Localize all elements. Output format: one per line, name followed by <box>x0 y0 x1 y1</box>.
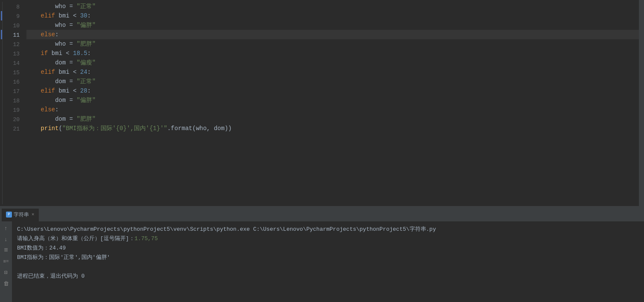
code-token: who <box>55 20 66 30</box>
code-token: "偏瘦" <box>77 58 96 67</box>
code-lines[interactable]: who = "正常" elif bmi < 30: who = "偏胖" els… <box>25 2 644 204</box>
code-token: bmi < <box>55 67 80 77</box>
code-token: elif <box>41 86 55 96</box>
vertical-scrollbar[interactable] <box>639 0 644 206</box>
code-token: : <box>87 86 91 96</box>
code-token: 28 <box>80 86 87 96</box>
code-line-19: else: <box>26 105 644 114</box>
terminal-tab-close[interactable]: × <box>32 212 35 217</box>
code-line-13: if bmi < 18.5: <box>26 49 644 58</box>
code-line-16: dom = "正常" <box>26 77 644 86</box>
line-num-21: 21 <box>3 125 20 134</box>
wrap-lines-button[interactable]: ≡ <box>2 246 10 255</box>
code-token: dom <box>55 77 66 86</box>
code-token: else <box>41 30 55 39</box>
code-token: "正常" <box>77 2 96 11</box>
terminal-content: ↑ ↓ ≡ ≡= ⊡ 🗑 C:\Users\Lenovo\PycharmProj… <box>0 221 644 302</box>
terminal-sidebar: ↑ ↓ ≡ ≡= ⊡ 🗑 <box>0 221 12 302</box>
code-token: "肥胖" <box>77 39 96 49</box>
code-token: print <box>41 124 59 133</box>
code-token: = <box>66 20 76 30</box>
code-token: : <box>87 49 91 58</box>
line-num-11: 11 <box>3 31 20 40</box>
line-num-18: 18 <box>3 96 20 106</box>
exit-line: 进程已结束，退出代码为 0 <box>17 272 639 281</box>
code-token: = <box>66 39 76 49</box>
line-num-10: 10 <box>3 21 20 31</box>
code-line-18: dom = "偏胖" <box>26 96 644 105</box>
line-num-20: 20 <box>3 115 20 125</box>
filter-button[interactable]: ≡= <box>2 257 10 266</box>
code-token: who <box>55 2 66 11</box>
input-prompt-line: 请输入身高（米）和体重（公斤）[逗号隔开]：1.75,75 <box>17 234 639 244</box>
code-token: elif <box>41 67 55 77</box>
code-line-8: who = "正常" <box>26 2 644 11</box>
line-num-8: 8 <box>3 3 20 12</box>
code-line-20: dom = "肥胖" <box>26 114 644 124</box>
code-line-10: who = "偏胖" <box>26 20 644 30</box>
line-num-13: 13 <box>3 49 20 59</box>
python-icon: P <box>6 212 12 218</box>
code-token: bmi < <box>55 86 80 96</box>
editor-area: 8 9 10 11 12 13 14 15 16 17 18 19 20 21 … <box>0 0 644 206</box>
code-token: : <box>55 30 58 39</box>
code-token: dom <box>55 114 66 124</box>
line-numbers: 8 9 10 11 12 13 14 15 16 17 18 19 20 21 <box>3 2 25 204</box>
line-num-17: 17 <box>3 87 20 96</box>
line-num-15: 15 <box>3 68 20 78</box>
code-token: = <box>66 2 76 11</box>
terminal-tab-label: 字符串 <box>14 211 29 218</box>
code-token: bmi < <box>48 49 73 58</box>
line-num-9: 9 <box>3 12 20 21</box>
code-token: 18.5 <box>73 49 87 58</box>
code-token: "BMI指标为：国际'{0}',国内'{1}'" <box>62 124 167 133</box>
code-token: else <box>41 105 55 114</box>
code-token: .format(who, dom)) <box>167 124 231 133</box>
code-token: : <box>87 67 91 77</box>
code-token: = <box>66 114 76 124</box>
code-line-12: who = "肥胖" <box>26 39 644 49</box>
settings-button[interactable]: ⊡ <box>2 268 10 277</box>
code-token: "偏胖" <box>77 96 96 105</box>
terminal-tab-active[interactable]: P 字符串 × <box>2 209 39 221</box>
output-line-2: BMI指标为：国际'正常',国内'偏胖' <box>17 253 639 262</box>
code-line-11: else: <box>26 30 644 39</box>
code-token: = <box>66 96 76 105</box>
code-token: dom <box>55 58 66 67</box>
line-num-19: 19 <box>3 106 20 115</box>
code-line-17: elif bmi < 28: <box>26 86 644 96</box>
code-token: dom <box>55 96 66 105</box>
scroll-down-button[interactable]: ↓ <box>2 235 10 244</box>
code-token: : <box>87 11 91 20</box>
line-num-12: 12 <box>3 40 20 49</box>
code-token: "偏胖" <box>77 20 96 30</box>
output-line-1: BMI数值为：24.49 <box>17 244 639 253</box>
code-line-14: dom = "偏瘦" <box>26 58 644 67</box>
code-token: bmi < <box>55 11 80 20</box>
left-margin <box>0 2 3 204</box>
terminal-output[interactable]: C:\Users\Lenovo\PycharmProjects\pythonPr… <box>12 221 644 302</box>
code-line-21: print("BMI指标为：国际'{0}',国内'{1}'".format(wh… <box>26 124 644 133</box>
terminal-panel: P 字符串 × ↑ ↓ ≡ ≡= ⊡ 🗑 C:\Users\Lenovo\Pyc… <box>0 208 644 302</box>
line-num-16: 16 <box>3 78 20 87</box>
code-token: = <box>66 77 76 86</box>
clear-button[interactable]: 🗑 <box>2 279 10 288</box>
code-token: ( <box>59 124 62 133</box>
line-num-14: 14 <box>3 59 20 68</box>
blank-line <box>17 262 639 272</box>
code-token: "肥胖" <box>77 114 96 124</box>
code-token: "正常" <box>77 77 96 86</box>
code-token: who <box>55 39 66 49</box>
command-line: C:\Users\Lenovo\PycharmProjects\pythonPr… <box>17 225 639 234</box>
code-line-9: elif bmi < 30: <box>26 11 644 20</box>
code-token: elif <box>41 11 55 20</box>
code-token: 24 <box>80 67 87 77</box>
input-value: 1.75,75 <box>135 235 158 242</box>
code-token: if <box>41 49 48 58</box>
terminal-tabs: P 字符串 × <box>0 209 644 221</box>
code-container: 8 9 10 11 12 13 14 15 16 17 18 19 20 21 … <box>0 0 644 206</box>
code-token: : <box>55 105 58 114</box>
code-token: 30 <box>80 11 87 20</box>
scroll-up-button[interactable]: ↑ <box>2 224 10 232</box>
code-token: = <box>66 58 76 67</box>
